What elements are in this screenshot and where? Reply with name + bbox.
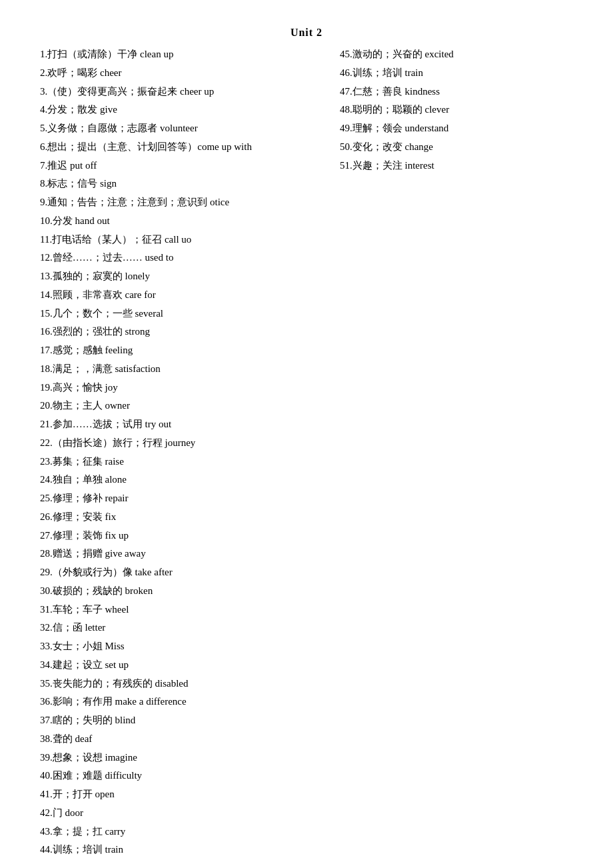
list-item: 47.仁慈；善良 kindness (340, 83, 573, 101)
page-title: Unit 2 (40, 27, 573, 39)
list-item: 12.曾经……；过去…… used to (40, 249, 326, 267)
list-item: 11.打电话给（某人）；征召 call uo (40, 231, 326, 249)
list-item: 30.破损的；残缺的 broken (40, 582, 326, 601)
list-item: 3.（使）变得更高兴；振奋起来 cheer up (40, 83, 326, 101)
list-item: 26.修理；安装 fix (40, 508, 326, 527)
page-container: Unit 2 1.打扫（或清除）干净 clean up2.欢呼；喝彩 cheer… (40, 27, 573, 859)
list-item: 7.推迟 put off (40, 157, 326, 175)
list-item: 24.独自；单独 alone (40, 471, 326, 489)
list-item: 41.开；打开 open (40, 785, 326, 804)
list-item: 38.聋的 deaf (40, 730, 326, 749)
list-item: 21.参加……选拔；试用 try out (40, 415, 326, 434)
list-item: 18.满足；，满意 satisfaction (40, 360, 326, 379)
list-item: 37.瞎的；失明的 blind (40, 711, 326, 730)
list-item: 36.影响；有作用 make a difference (40, 693, 326, 711)
list-item: 34.建起；设立 set up (40, 656, 326, 675)
list-item: 39.想象；设想 imagine (40, 749, 326, 767)
list-item: 35.丧失能力的；有残疾的 disabled (40, 675, 326, 693)
list-item: 45.激动的；兴奋的 excited (340, 45, 573, 64)
list-item: 17.感觉；感触 feeling (40, 341, 326, 360)
list-item: 29.（外貌或行为）像 take after (40, 563, 326, 582)
list-item: 50.变化；改变 change (340, 138, 573, 157)
list-item: 28.赠送；捐赠 give away (40, 545, 326, 563)
list-item: 40.困难；难题 difficulty (40, 767, 326, 785)
list-item: 5.义务做；自愿做；志愿者 volunteer (40, 119, 326, 138)
list-item: 9.通知；告告；注意；注意到；意识到 otice (40, 193, 326, 212)
list-item: 51.兴趣；关注 interest (340, 157, 573, 175)
list-item: 23.募集；征集 raise (40, 453, 326, 471)
left-column: 1.打扫（或清除）干净 clean up2.欢呼；喝彩 cheer3.（使）变得… (40, 45, 326, 859)
list-item: 27.修理；装饰 fix up (40, 527, 326, 545)
list-item: 20.物主；主人 owner (40, 397, 326, 415)
right-column: 45.激动的；兴奋的 excited46.训练；培训 train47.仁慈；善良… (326, 45, 573, 175)
list-item: 19.高兴；愉快 joy (40, 379, 326, 397)
list-item: 31.车轮；车子 wheel (40, 601, 326, 619)
list-item: 6.想出；提出（主意、计划回答等）come up with (40, 138, 326, 157)
list-item: 48.聪明的；聪颖的 clever (340, 101, 573, 119)
list-item: 1.打扫（或清除）干净 clean up (40, 45, 326, 64)
list-item: 33.女士；小姐 Miss (40, 637, 326, 656)
list-item: 42.门 door (40, 804, 326, 823)
list-item: 22.（由指长途）旅行；行程 journey (40, 434, 326, 453)
list-item: 49.理解；领会 understand (340, 119, 573, 138)
list-item: 10.分发 hand out (40, 212, 326, 231)
list-item: 46.训练；培训 train (340, 64, 573, 83)
list-item: 14.照顾，非常喜欢 care for (40, 286, 326, 305)
list-item: 15.几个；数个；一些 several (40, 305, 326, 323)
content-columns: 1.打扫（或清除）干净 clean up2.欢呼；喝彩 cheer3.（使）变得… (40, 45, 573, 859)
list-item: 4.分发；散发 give (40, 101, 326, 119)
list-item: 2.欢呼；喝彩 cheer (40, 64, 326, 83)
list-item: 25.修理；修补 repair (40, 489, 326, 508)
list-item: 32.信；函 letter (40, 619, 326, 637)
list-item: 16.强烈的；强壮的 strong (40, 323, 326, 341)
list-item: 13.孤独的；寂寞的 lonely (40, 267, 326, 286)
list-item: 44.训练；培训 train (40, 841, 326, 859)
list-item: 43.拿；提；扛 carry (40, 823, 326, 841)
list-item: 8.标志；信号 sign (40, 175, 326, 193)
